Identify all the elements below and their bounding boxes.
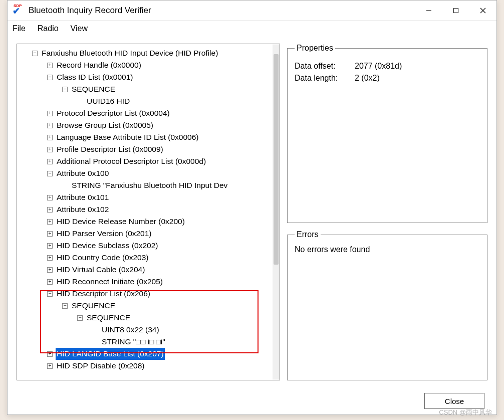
tree-item[interactable]: Attribute 0x100 [56,167,110,179]
collapse-icon[interactable]: − [47,171,53,176]
menubar: File Radio View [8,21,496,37]
tree-item[interactable]: HID Parser Version (0x201) [56,228,153,240]
errors-panel: Errors No errors were found [287,230,487,380]
side-panels: Properties Data offset: 2077 (0x81d) Dat… [287,44,487,380]
tree-panel: −Fanxiushu Bluetooth HID Input Device (H… [17,44,280,380]
tree-item[interactable]: HID Country Code (0x203) [56,252,150,264]
collapse-icon[interactable]: − [77,315,83,321]
titlebar: SDP ✔ Bluetooth Inquiry Record Verifier [8,1,496,21]
expand-icon[interactable]: + [47,267,53,273]
expand-icon[interactable]: + [47,147,53,152]
data-offset-value: 2077 (0x81d) [355,62,402,71]
tree-item[interactable]: Browse Group List (0x0005) [56,119,154,131]
expand-icon[interactable]: + [47,231,53,237]
expand-icon[interactable]: + [47,63,53,68]
expand-icon[interactable]: + [47,111,53,116]
expand-icon[interactable]: + [47,255,53,261]
vertical-scrollbar[interactable] [273,44,280,380]
tree-item[interactable]: Protocol Descriptor List (0x0004) [56,107,171,119]
data-length-label: Data length: [295,74,355,83]
properties-legend: Properties [295,44,335,53]
tree-item[interactable]: Record Handle (0x0000) [56,59,142,71]
close-button[interactable]: Close [424,393,484,409]
tree-item-selected[interactable]: HID LANGID Base List (0x207) [56,348,165,360]
scrollbar-thumb[interactable] [274,54,279,265]
properties-panel: Properties Data offset: 2077 (0x81d) Dat… [287,44,487,223]
collapse-icon[interactable]: − [47,75,53,80]
menu-file[interactable]: File [13,24,26,33]
errors-legend: Errors [295,230,321,239]
window-controls [415,1,496,20]
footer: Close [8,387,496,414]
expand-icon[interactable]: + [47,135,53,140]
data-offset-label: Data offset: [295,62,355,71]
tree-item[interactable]: HID Device Subclass (0x202) [56,240,159,252]
expand-icon[interactable]: + [47,351,53,357]
tree-item[interactable]: HID Reconnect Initiate (0x205) [56,276,164,288]
menu-view[interactable]: View [71,24,88,33]
svg-rect-1 [454,8,458,13]
content-area: −Fanxiushu Bluetooth HID Input Device (H… [8,37,496,387]
tree-item[interactable]: SEQUENCE [71,83,116,95]
expand-icon[interactable]: + [47,123,53,128]
tree-item[interactable]: HID SDP Disable (0x208) [56,360,145,372]
app-window: SDP ✔ Bluetooth Inquiry Record Verifier … [7,0,497,415]
tree-leaf[interactable]: STRING "Fanxiushu Bluetooth HID Input De… [71,179,228,191]
errors-text: No errors were found [295,245,480,254]
window-title: Bluetooth Inquiry Record Verifier [29,6,415,16]
collapse-icon[interactable]: − [47,291,53,297]
tree-item[interactable]: Language Base Attribute ID List (0x0006) [56,131,200,143]
minimize-button[interactable] [415,1,442,20]
tree-item[interactable]: Class ID List (0x0001) [56,71,134,83]
tree-root[interactable]: Fanxiushu Bluetooth HID Input Device (HI… [41,47,219,59]
expand-icon[interactable]: + [47,207,53,213]
tree-item[interactable]: SEQUENCE [71,300,116,312]
tree-item[interactable]: Attribute 0x102 [56,203,110,216]
collapse-icon[interactable]: − [32,51,38,56]
app-icon: SDP ✔ [12,5,24,17]
tree-item[interactable]: Attribute 0x101 [56,191,110,203]
collapse-icon[interactable]: − [62,303,68,309]
tree-leaf[interactable]: UINT8 0x22 (34) [101,324,160,336]
close-window-button[interactable] [469,1,496,20]
tree-item[interactable]: Profile Descriptor List (0x0009) [56,143,164,155]
tree-item[interactable]: SEQUENCE [86,312,131,324]
expand-icon[interactable]: + [47,159,53,164]
tree-item[interactable]: Additional Protocol Descriptor List (0x0… [56,155,207,167]
maximize-button[interactable] [442,1,469,20]
expand-icon[interactable]: + [47,279,53,285]
tree-leaf[interactable]: UUID16 HID [86,95,131,107]
expand-icon[interactable]: + [47,363,53,369]
expand-icon[interactable]: + [47,243,53,249]
expand-icon[interactable]: + [47,195,53,200]
tree-item[interactable]: HID Virtual Cable (0x204) [56,264,146,276]
tree-view[interactable]: −Fanxiushu Bluetooth HID Input Device (H… [17,44,280,380]
collapse-icon[interactable]: − [62,87,68,92]
menu-radio[interactable]: Radio [38,24,59,33]
tree-item[interactable]: HID Device Release Number (0x200) [56,216,186,228]
data-length-value: 2 (0x2) [355,74,380,83]
expand-icon[interactable]: + [47,219,53,225]
tree-item[interactable]: HID Descriptor List (0x206) [56,288,151,300]
tree-leaf[interactable]: STRING "□□ i□ □i" [101,336,166,348]
